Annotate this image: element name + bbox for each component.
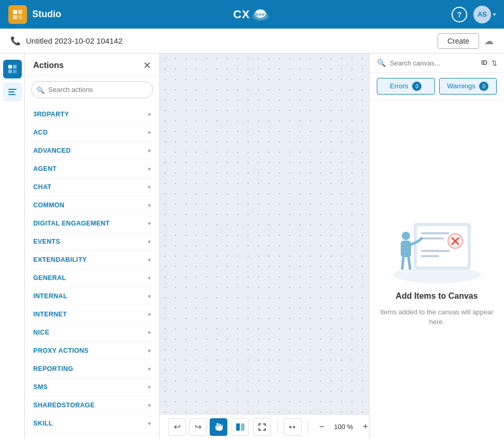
search-actions-input[interactable] [31, 81, 153, 98]
list-item[interactable]: PROXY ACTIONS ▾ [25, 342, 159, 360]
errors-button[interactable]: Errors 0 [377, 78, 435, 95]
sub-nav-right: Create ☁ [438, 33, 494, 49]
list-item[interactable]: INTERNET ▾ [25, 305, 159, 324]
top-nav: Studio CX one ? AS ▾ [0, 0, 504, 29]
user-avatar: AS [473, 6, 491, 23]
chevron-down-icon: ▾ [148, 238, 151, 245]
chevron-down-icon: ▾ [148, 111, 151, 118]
bottom-right-tools: − 100 % + [231, 418, 369, 436]
svg-rect-3 [18, 15, 22, 19]
main-layout: Actions ✕ 🔍 3RDPARTY ▾ ACD ▾ ADVANCED ▾ … [0, 54, 504, 439]
book-view-button[interactable] [231, 418, 249, 436]
bottom-toolbar: ↩ ↪ [160, 414, 369, 439]
empty-state-title: Add Items to Canvas [396, 291, 478, 301]
chevron-down-icon: ▾ [148, 402, 151, 409]
zoom-in-button[interactable]: + [358, 420, 369, 434]
chevron-down-icon: ▾ [148, 275, 151, 282]
svg-rect-13 [8, 91, 15, 92]
chevron-down-icon: ▾ [148, 166, 151, 172]
warnings-button[interactable]: Warnings 0 [439, 78, 497, 95]
svg-rect-2 [13, 15, 17, 19]
list-item[interactable]: DIGITAL ENGAGEMENT ▾ [25, 215, 159, 233]
zoom-controls: − 100 % + [315, 420, 369, 434]
zoom-out-button[interactable]: − [315, 420, 329, 434]
list-item[interactable]: CHAT ▾ [25, 178, 159, 196]
id-label: ID [481, 59, 487, 66]
chevron-down-icon: ▾ [148, 293, 151, 300]
svg-point-27 [402, 232, 410, 240]
actions-panel-toggle[interactable] [3, 60, 22, 78]
list-item[interactable]: SKILL ▾ [25, 415, 159, 433]
list-item[interactable]: NICE ▾ [25, 324, 159, 342]
chevron-down-icon: ▾ [148, 184, 151, 191]
svg-rect-23 [421, 255, 439, 257]
actions-panel-header: Actions ✕ [25, 54, 159, 76]
canvas-search-input[interactable] [390, 59, 477, 67]
toolbar-divider [277, 421, 278, 433]
bottom-left-tools: ↩ ↪ [168, 418, 227, 436]
chevron-down-icon: ▾ [148, 366, 151, 373]
chevron-down-icon: ▾ [148, 148, 151, 154]
warnings-badge: 0 [479, 82, 488, 91]
user-menu-chevron: ▾ [493, 11, 496, 17]
chevron-down-icon: ▾ [148, 220, 151, 227]
right-panel-search-bar: 🔍 ID ⇅ [370, 54, 504, 73]
list-item[interactable]: EVENTS ▾ [25, 233, 159, 251]
sort-icon[interactable]: ⇅ [492, 59, 497, 67]
empty-state-subtitle: Items added to the canvas will appear he… [380, 307, 494, 327]
list-item[interactable]: REPORTING ▾ [25, 360, 159, 378]
chevron-down-icon: ▾ [148, 129, 151, 136]
hand-tool-button[interactable] [210, 418, 227, 436]
chevron-down-icon: ▾ [148, 348, 151, 354]
close-actions-panel-button[interactable]: ✕ [143, 61, 151, 70]
nav-left: Studio [8, 5, 61, 24]
search-icon: 🔍 [36, 86, 45, 94]
empty-canvas-state: Add Items to Canvas Items added to the c… [370, 100, 504, 439]
list-item[interactable]: AGENT ▾ [25, 160, 159, 178]
list-item[interactable]: EXTENDABILITY ▾ [25, 251, 159, 269]
center-logo: CX one [233, 8, 271, 21]
user-menu[interactable]: AS ▾ [473, 6, 496, 23]
actions-list: 3RDPARTY ▾ ACD ▾ ADVANCED ▾ AGENT ▾ CHAT… [25, 103, 159, 439]
list-item[interactable]: GENERAL ▾ [25, 269, 159, 287]
list-item[interactable]: INTERNAL ▾ [25, 287, 159, 305]
redo-button[interactable]: ↪ [189, 418, 207, 436]
cloud-save-icon[interactable]: ☁ [484, 35, 494, 47]
chevron-down-icon: ▾ [148, 311, 151, 318]
errors-badge: 0 [412, 82, 421, 91]
fit-width-button[interactable] [284, 418, 302, 436]
svg-rect-1 [18, 10, 22, 14]
studio-logo-icon [8, 5, 27, 24]
document-title: Untitled 2023-10-02 104142 [26, 36, 122, 45]
svg-rect-16 [241, 423, 244, 431]
variables-panel-toggle[interactable] [3, 83, 22, 101]
svg-rect-28 [401, 241, 411, 257]
actions-panel-title: Actions [33, 61, 64, 70]
fullscreen-button[interactable] [253, 418, 271, 436]
undo-button[interactable]: ↩ [168, 418, 186, 436]
svg-rect-0 [13, 10, 17, 14]
app-title: Studio [32, 9, 61, 20]
cx-text: CX [233, 8, 250, 21]
list-item[interactable]: ADVANCED ▾ [25, 142, 159, 160]
canvas-search-icon: 🔍 [377, 59, 386, 67]
chevron-down-icon: ▾ [148, 420, 151, 427]
zoom-value: 100 % [332, 423, 355, 431]
canvas-area[interactable]: ↩ ↪ [160, 54, 369, 439]
icon-bar [0, 54, 25, 439]
create-button[interactable]: Create [438, 33, 479, 49]
svg-rect-11 [13, 70, 17, 73]
sub-nav: 📞 Untitled 2023-10-02 104142 Create ☁ [0, 29, 504, 54]
list-item[interactable]: ACD ▾ [25, 124, 159, 142]
list-item[interactable]: SMS ▾ [25, 378, 159, 396]
svg-rect-14 [8, 94, 16, 95]
list-item[interactable]: 3RDPARTY ▾ [25, 105, 159, 124]
list-item[interactable]: COMMON ▾ [25, 196, 159, 215]
chevron-down-icon: ▾ [148, 202, 151, 209]
sub-nav-left: 📞 Untitled 2023-10-02 104142 [10, 36, 122, 46]
chevron-down-icon: ▾ [148, 329, 151, 336]
help-button[interactable]: ? [452, 7, 467, 22]
list-item[interactable]: SURVEY ▾ [25, 433, 159, 439]
list-item[interactable]: SHAREDSTORAGE ▾ [25, 396, 159, 415]
svg-rect-10 [8, 70, 12, 73]
